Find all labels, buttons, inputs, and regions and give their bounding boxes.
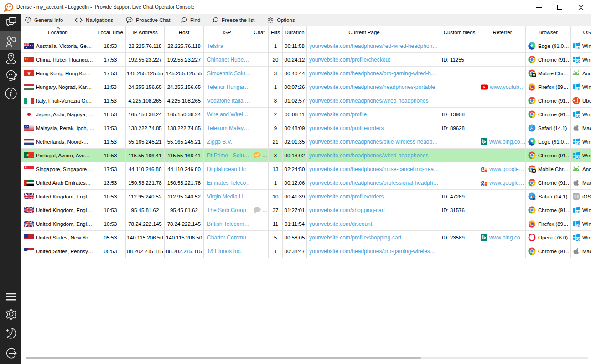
svg-text:10: 10 — [576, 87, 580, 91]
svg-text:M: M — [533, 169, 535, 172]
svg-text:10: 10 — [576, 224, 580, 228]
svg-text:10: 10 — [576, 237, 580, 241]
svg-text:10: 10 — [576, 210, 580, 214]
svg-text:10: 10 — [576, 114, 580, 118]
svg-text:M: M — [533, 198, 536, 201]
svg-text:10: 10 — [576, 59, 580, 63]
svg-text:M: M — [533, 73, 535, 77]
svg-text:g: g — [481, 179, 484, 186]
svg-text:iOS: iOS — [574, 195, 579, 198]
svg-text:10: 10 — [576, 141, 580, 146]
svg-text:10: 10 — [576, 46, 580, 50]
svg-text:10: 10 — [576, 155, 580, 159]
svg-text:g: g — [481, 166, 484, 172]
